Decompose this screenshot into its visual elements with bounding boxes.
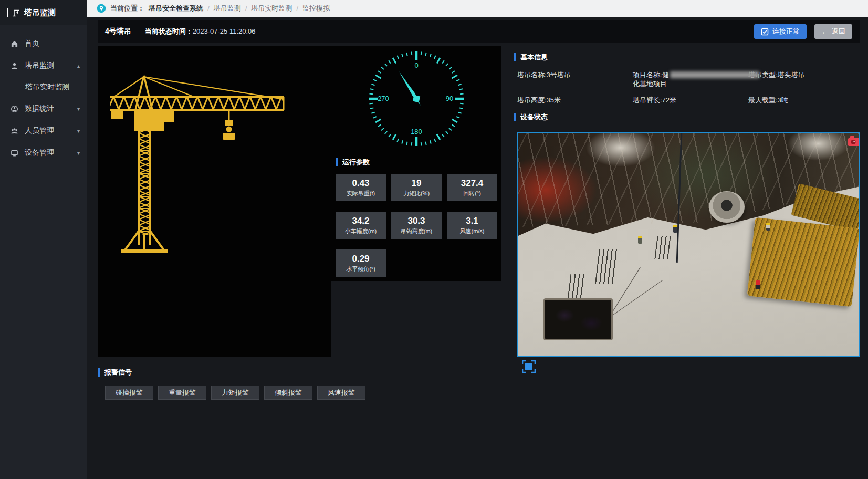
- param-label: 水平倾角(°): [346, 265, 375, 273]
- sidebar-item-personnel[interactable]: 人员管理 ▾: [0, 120, 87, 142]
- sidebar-item-label: 人员管理: [25, 126, 54, 136]
- people-icon: [11, 127, 19, 135]
- chevron-down-icon: ▾: [77, 128, 80, 134]
- sidebar-item-label: 设备管理: [25, 148, 54, 158]
- back-arrow-icon: ←: [821, 28, 828, 36]
- status-time-value: 2023-07-25 11:20:06: [193, 27, 256, 35]
- stats-badge-icon: [11, 105, 19, 113]
- sidebar-item-label: 塔吊监测: [25, 61, 54, 70]
- moment-alarm-button[interactable]: 力矩报警: [211, 386, 259, 400]
- location-pin-icon: [97, 4, 106, 13]
- basic-info-section-title: 基本信息: [514, 53, 548, 62]
- params-tiles: 0.43 实际吊重(t) 19 力矩比(%) 327.4 回转(°) 34.2 …: [336, 174, 499, 277]
- param-value: 30.3: [407, 216, 425, 226]
- info-crane-name: 塔吊名称:3号塔吊: [517, 70, 633, 88]
- sidebar-item-realtime-monitor[interactable]: 塔吊实时监测: [0, 77, 87, 98]
- worker-figure-red: [756, 280, 760, 289]
- weight-alarm-button[interactable]: 重量报警: [158, 386, 206, 400]
- logo-divider: [7, 8, 8, 17]
- crane-logo-icon: [12, 8, 20, 17]
- app-title: 塔吊监测: [24, 8, 56, 18]
- param-label: 小车幅度(m): [345, 227, 377, 235]
- redacted-text: [670, 71, 759, 78]
- worker-figure: [673, 225, 677, 233]
- sidebar: 塔吊监测 首页 塔吊监测 ▴ 塔吊实时监测: [0, 0, 87, 479]
- sidebar-item-home[interactable]: 首页: [0, 33, 87, 55]
- header-actions: 连接正常 ← 返回: [754, 24, 852, 39]
- param-value: 19: [412, 178, 422, 189]
- svg-text:90: 90: [446, 95, 453, 102]
- worker-figure: [638, 236, 642, 244]
- gauge-panel: 090180270 运行参数 0.43 实际吊重(t) 19 力矩比(%) 32…: [331, 46, 501, 281]
- material-basket: [543, 298, 613, 340]
- param-tile-load: 0.43 实际吊重(t): [336, 174, 386, 201]
- status-time-label: 当前状态时间：: [145, 27, 193, 35]
- info-project-suffix: 化基地项目: [633, 79, 748, 88]
- param-label: 力矩比(%): [403, 190, 430, 197]
- section-accent-bar: [514, 53, 516, 61]
- param-tile-hook-height: 30.3 吊钩高度(m): [391, 212, 442, 239]
- back-button-label: 返回: [832, 27, 845, 36]
- alarm-buttons: 碰撞报警 重量报警 力矩报警 倾斜报警 风速报警: [105, 386, 365, 400]
- collision-alarm-button[interactable]: 碰撞报警: [105, 386, 153, 400]
- params-title-text: 运行参数: [342, 158, 370, 167]
- param-value: 34.2: [352, 216, 369, 226]
- param-label: 风速(m/s): [459, 227, 484, 235]
- param-value: 3.1: [466, 216, 478, 226]
- info-crane-height: 塔吊高度:35米: [517, 96, 633, 105]
- param-value: 327.4: [461, 178, 484, 189]
- breadcrumb-root: 塔吊安全检查系统: [149, 4, 203, 13]
- sidebar-item-statistics[interactable]: 数据统计 ▾: [0, 98, 87, 120]
- camera-icon[interactable]: [848, 136, 860, 149]
- chevron-down-icon: ▾: [77, 150, 80, 156]
- connect-status-button[interactable]: 连接正常: [754, 24, 807, 39]
- section-accent-bar: [98, 368, 100, 377]
- back-button[interactable]: ← 返回: [814, 24, 852, 39]
- worker-figure: [766, 223, 770, 231]
- rebar-pile: [747, 217, 860, 307]
- crane-name: 4号塔吊: [105, 27, 131, 36]
- basic-info-title-text: 基本信息: [520, 53, 548, 62]
- param-label: 实际吊重(t): [347, 190, 375, 197]
- tower-crane-monitor-page: 塔吊监测 首页 塔吊监测 ▴ 塔吊实时监测: [0, 0, 868, 479]
- breadcrumb-item-realtime[interactable]: 塔吊实时监测: [251, 4, 292, 13]
- breadcrumb-separator: /: [207, 5, 210, 13]
- sidebar-item-equipment[interactable]: 设备管理 ▾: [0, 142, 87, 164]
- info-crane-type: 塔吊类型:塔头塔吊: [748, 70, 863, 88]
- breadcrumb-item-crane-monitor[interactable]: 塔吊监测: [214, 4, 241, 13]
- svg-text:180: 180: [411, 128, 422, 136]
- param-label: 吊钩高度(m): [401, 227, 433, 235]
- svg-text:0: 0: [414, 61, 418, 69]
- alarm-title-text: 报警信号: [104, 368, 132, 377]
- camera-feed[interactable]: [517, 132, 860, 357]
- breadcrumb-item-simulation[interactable]: 监控模拟: [302, 4, 330, 13]
- sidebar-menu: 首页 塔吊监测 ▴ 塔吊实时监测 数据统计 ▾: [0, 25, 87, 164]
- param-value: 0.29: [352, 254, 369, 264]
- param-tile-wind-speed: 3.1 风速(m/s): [447, 212, 497, 239]
- breadcrumb-prefix: 当前位置：: [110, 4, 144, 13]
- sidebar-item-label: 塔吊实时监测: [25, 82, 69, 92]
- info-arm-length: 塔吊臂长:72米: [633, 96, 748, 105]
- info-max-load: 最大载重:3吨: [748, 96, 863, 105]
- windspeed-alarm-button[interactable]: 风速报警: [317, 386, 365, 400]
- user-icon: [11, 61, 19, 70]
- fullscreen-icon[interactable]: [522, 360, 536, 373]
- rebar-cluster: [595, 249, 618, 284]
- param-value: 0.43: [352, 178, 369, 189]
- compass-gauge: 090180270: [331, 46, 501, 154]
- info-project-name: 项目名称:健 化基地项目: [633, 70, 748, 88]
- sidebar-item-crane-monitor[interactable]: 塔吊监测 ▴: [0, 55, 87, 77]
- detail-header: 4号塔吊 当前状态时间：2023-07-25 11:20:06 连接正常 ← 返…: [98, 20, 860, 43]
- breadcrumb: 当前位置： 塔吊安全检查系统 / 塔吊监测 / 塔吊实时监测 / 监控模拟: [87, 0, 868, 17]
- tilt-alarm-button[interactable]: 倾斜报警: [264, 386, 312, 400]
- section-accent-bar: [336, 158, 338, 166]
- sidebar-item-label: 数据统计: [25, 104, 54, 113]
- connect-button-label: 连接正常: [772, 27, 800, 36]
- basic-info-grid: 塔吊名称:3号塔吊 项目名称:健 化基地项目 塔吊类型:塔头塔吊 塔吊高度:35…: [517, 70, 863, 105]
- device-status-section-title: 设备状态: [514, 112, 548, 122]
- crane-illustration-panel: [98, 46, 331, 357]
- app-logo: 塔吊监测: [0, 0, 87, 25]
- param-tile-trolley-range: 34.2 小车幅度(m): [336, 212, 386, 239]
- svg-text:270: 270: [378, 95, 389, 102]
- breadcrumb-separator: /: [245, 5, 247, 13]
